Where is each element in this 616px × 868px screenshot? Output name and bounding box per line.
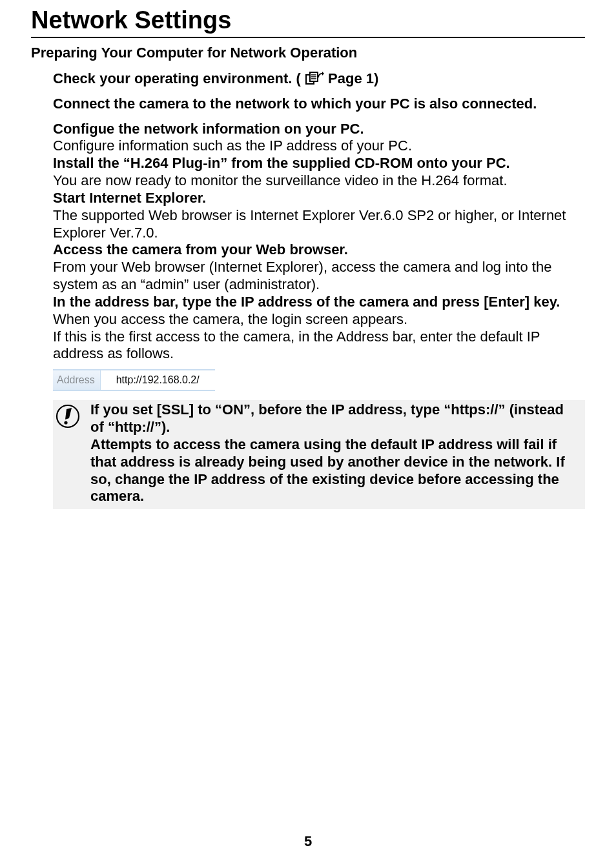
page-reference-icon	[305, 72, 324, 85]
step-start-ie-body: The supported Web browser is Internet Ex…	[53, 207, 585, 242]
svg-marker-5	[322, 72, 324, 76]
step-access-camera-head: Access the camera from your Web browser.	[53, 241, 585, 259]
step-check-env-prefix: Check your operating environment. (	[53, 70, 301, 86]
caution-icon	[53, 401, 83, 429]
step-configure-network-body: Configure information such as the IP add…	[53, 137, 585, 155]
address-bar-url[interactable]: http://192.168.0.2/	[101, 370, 215, 390]
note-line1: If you set [SSL] to “ON”, before the IP …	[90, 401, 579, 436]
page: Network Settings Preparing Your Computer…	[0, 0, 616, 868]
step-install-plugin-body: You are now ready to monitor the surveil…	[53, 172, 585, 190]
address-bar-inner: Address http://192.168.0.2/	[53, 369, 215, 391]
step-access-camera: Access the camera from your Web browser.…	[53, 241, 585, 293]
content-body: Check your operating environment. ( Page…	[31, 70, 585, 509]
title-rule	[31, 37, 585, 38]
page-number: 5	[0, 833, 616, 850]
step-install-plugin: Install the “H.264 Plug-in” from the sup…	[53, 155, 585, 190]
step-type-ip: In the address bar, type the IP address …	[53, 294, 585, 363]
svg-point-7	[64, 421, 67, 425]
step-start-ie: Start Internet Explorer. The supported W…	[53, 190, 585, 241]
note-line2: Attempts to access the camera using the …	[90, 436, 579, 505]
step-access-camera-body: From your Web browser (Internet Explorer…	[53, 259, 585, 294]
address-bar-label: Address	[53, 370, 101, 390]
step-start-ie-head: Start Internet Explorer.	[53, 190, 585, 207]
note-text: If you set [SSL] to “ON”, before the IP …	[90, 401, 582, 505]
step-type-ip-head: In the address bar, type the IP address …	[53, 294, 585, 311]
step-type-ip-body2: If this is the first access to the camer…	[53, 328, 585, 363]
step-configure-network: Configue the network information on your…	[53, 121, 585, 156]
step-connect-camera: Connect the camera to the network to whi…	[53, 96, 585, 113]
step-install-plugin-head: Install the “H.264 Plug-in” from the sup…	[53, 155, 585, 172]
note-box: If you set [SSL] to “ON”, before the IP …	[53, 400, 585, 509]
step-configure-network-head: Configue the network information on your…	[53, 121, 585, 138]
address-bar: Address http://192.168.0.2/	[53, 369, 585, 391]
page-title: Network Settings	[31, 6, 585, 34]
step-type-ip-body1: When you access the camera, the login sc…	[53, 311, 585, 328]
section-heading: Preparing Your Computer for Network Oper…	[31, 45, 585, 61]
step-check-env: Check your operating environment. ( Page…	[53, 70, 585, 88]
step-check-env-pageref: Page 1)	[328, 70, 378, 86]
